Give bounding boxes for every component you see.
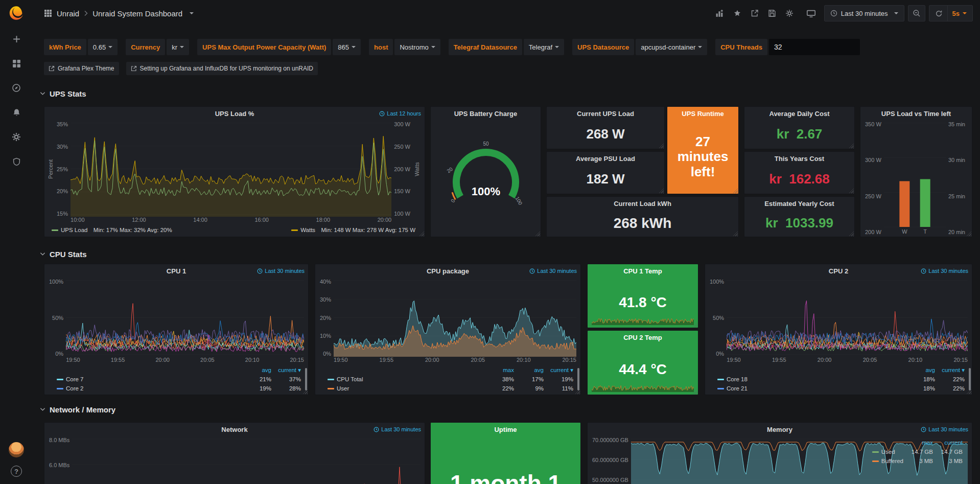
panel-title[interactable]: CPU package <box>427 267 469 275</box>
variable-dropdown[interactable]: Telegraf <box>524 39 564 55</box>
plot-area[interactable] <box>334 279 576 357</box>
chart-canvas[interactable] <box>727 279 968 357</box>
dashboards-button[interactable] <box>8 55 25 72</box>
legend-series[interactable]: Core 2 <box>50 385 242 391</box>
dashboard-link-ups-guide[interactable]: Setting up Grafana and InfluxDB for UPS … <box>126 62 318 75</box>
legend-series[interactable]: Used <box>872 449 903 455</box>
legend-column-header[interactable]: current ▾ <box>547 365 576 375</box>
cycle-view-mode-button[interactable] <box>806 9 816 18</box>
chevron-right-icon <box>84 10 88 16</box>
panel-time-override[interactable]: Last 30 minutes <box>257 268 305 274</box>
refresh-button[interactable] <box>935 10 943 17</box>
panel-title[interactable]: Current Load kWh <box>614 200 671 208</box>
panel-time-override[interactable]: Last 30 minutes <box>921 426 968 432</box>
legend-item[interactable]: UPS Load Min: 17% Max: 32% Avg: 20% <box>52 227 172 233</box>
add-panel-button[interactable] <box>715 9 724 18</box>
panel-time-override[interactable]: Last 12 hours <box>379 110 421 117</box>
plot-area[interactable]: WT <box>884 121 946 235</box>
panel-time-override[interactable]: Last 30 minutes <box>374 426 421 432</box>
panel-title[interactable]: CPU 1 <box>167 267 186 275</box>
grafana-logo[interactable] <box>7 4 26 23</box>
panel-time-override[interactable]: Last 30 minutes <box>529 268 577 274</box>
legend-series[interactable]: Core 21 <box>710 385 905 391</box>
panel-title[interactable]: This Years Cost <box>775 155 824 163</box>
breadcrumb-app[interactable]: Unraid <box>57 9 79 18</box>
legend-column-header[interactable]: avg <box>245 365 274 375</box>
panel-title[interactable]: UPS Battery Charge <box>454 110 518 118</box>
bar-chart-canvas[interactable]: WT <box>884 121 946 235</box>
panel-title[interactable]: UPS Load % <box>215 110 254 118</box>
panel-title[interactable]: Memory <box>767 426 792 433</box>
chart-canvas[interactable] <box>334 279 576 357</box>
panel-title[interactable]: CPU 2 Temp <box>623 334 662 341</box>
section-network-memory[interactable]: Network / Memory <box>40 403 115 416</box>
panel-title[interactable]: UPS Runtime <box>682 110 724 118</box>
time-range-picker[interactable]: Last 30 minutes <box>824 5 904 21</box>
section-cpu-stats[interactable]: CPU Stats <box>40 247 87 261</box>
server-admin-button[interactable] <box>8 153 25 170</box>
legend-column-header[interactable]: max <box>487 365 517 375</box>
legend-column-header[interactable]: current ▾ <box>938 365 968 375</box>
legend-value: 19% <box>245 384 274 393</box>
chart-canvas[interactable] <box>66 279 304 357</box>
legend-column-header[interactable]: avg <box>908 365 938 375</box>
legend-column-header[interactable]: avg <box>517 365 547 375</box>
legend-item[interactable]: Watts Min: 148 W Max: 278 W Avg: 175 W <box>291 227 415 233</box>
legend-column-header[interactable]: current ▾ <box>274 365 304 375</box>
stat-value: 268 W <box>547 120 664 149</box>
legend-series[interactable]: Core 7 <box>50 376 242 382</box>
plot-area[interactable] <box>66 279 304 357</box>
dashboard-settings-button[interactable] <box>785 9 794 17</box>
configuration-button[interactable] <box>8 128 25 146</box>
panel-title[interactable]: Network <box>221 426 247 433</box>
caret-down-icon[interactable] <box>190 12 194 14</box>
help-button[interactable]: ? <box>11 466 22 477</box>
caret-down-icon <box>698 46 702 48</box>
panel-title[interactable]: UPS Load vs Time left <box>881 110 951 118</box>
create-button[interactable] <box>8 30 25 48</box>
legend-header-spacer <box>869 438 906 447</box>
panel-title[interactable]: CPU 2 <box>829 267 848 275</box>
section-ups-stats[interactable]: UPS Stats <box>40 87 86 100</box>
refresh-interval-dropdown[interactable]: 5s <box>947 6 967 21</box>
caret-down-icon <box>894 12 898 14</box>
variable-dropdown[interactable]: 865 <box>333 39 361 55</box>
star-dashboard-button[interactable] <box>733 9 741 17</box>
save-dashboard-button[interactable] <box>768 9 776 17</box>
legend-series[interactable]: Core 18 <box>710 376 905 382</box>
legend-series[interactable]: User <box>320 385 484 391</box>
variable-dropdown[interactable]: kr <box>167 39 189 55</box>
panel-title[interactable]: CPU 1 Temp <box>623 267 662 275</box>
legend-overlay: maxcurrentUsed14.7 GB14.7 GBBuffered3 MB… <box>869 437 966 466</box>
plot-area[interactable] <box>71 121 391 217</box>
panel-title[interactable]: Uptime <box>494 426 517 433</box>
variable-dropdown[interactable]: 0.65 <box>88 39 118 55</box>
explore-button[interactable] <box>8 79 25 97</box>
variable-dropdown[interactable]: Nostromo <box>394 39 440 55</box>
user-avatar[interactable] <box>9 442 24 457</box>
alerting-button[interactable] <box>8 104 25 121</box>
legend-scrollbar[interactable] <box>577 368 579 390</box>
panel-time-override[interactable]: Last 30 minutes <box>921 268 968 274</box>
chart-canvas[interactable] <box>72 437 421 484</box>
plot-area[interactable] <box>72 437 421 484</box>
legend-column-header[interactable]: current <box>936 438 966 447</box>
panel-title[interactable]: Current UPS Load <box>577 110 634 118</box>
chart-canvas[interactable] <box>71 121 391 217</box>
legend-scrollbar[interactable] <box>969 368 971 390</box>
legend-column-header[interactable]: max <box>906 438 936 447</box>
panel-title[interactable]: Average Daily Cost <box>769 110 829 118</box>
panel-title[interactable]: Estimated Yearly Cost <box>764 200 834 208</box>
legend-scrollbar[interactable] <box>305 368 307 390</box>
share-dashboard-button[interactable] <box>751 9 759 17</box>
panel-title[interactable]: Average PSU Load <box>576 155 635 163</box>
variable-dropdown[interactable]: apcupsd-container <box>636 39 707 55</box>
legend-series[interactable]: Buffered <box>872 458 903 464</box>
apps-grid-icon[interactable] <box>44 9 52 17</box>
dashboard-title[interactable]: Unraid System Dashboard <box>92 9 182 18</box>
legend-series[interactable]: CPU Total <box>320 376 484 382</box>
variable-input[interactable]: 32 <box>769 39 860 55</box>
dashboard-link-plex-theme[interactable]: Grafana Plex Theme <box>44 62 119 75</box>
plot-area[interactable] <box>727 279 968 357</box>
zoom-out-button[interactable] <box>908 5 925 21</box>
